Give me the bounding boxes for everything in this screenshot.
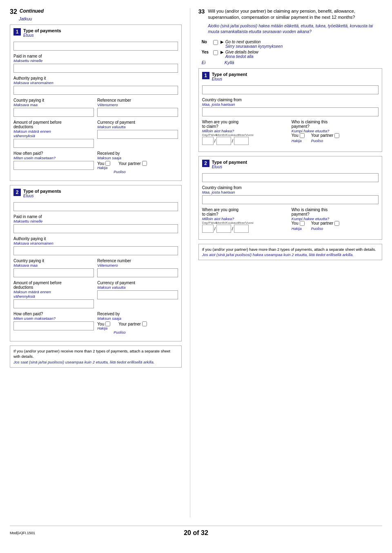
q33-payment1-block: 1 Type of payment Etuus Country claiming… <box>198 68 382 152</box>
payment1-howoften-row: How often paid? Miten usein maksetaan? R… <box>13 151 178 174</box>
payment2-type-input[interactable] <box>13 202 178 211</box>
payment1-howoften-input[interactable] <box>13 161 94 170</box>
no-goto-block: Go to next question Siirry seuraavaan ky… <box>225 40 283 49</box>
q33-payment1-type-input[interactable] <box>202 85 379 94</box>
q33-payment2-country-fi: Maa, josta haetaan <box>202 190 379 194</box>
q33-payment2-header: 2 Type of payment Etuus <box>202 160 379 169</box>
payment2-amount-fi2: vähennyksiä <box>13 294 94 299</box>
payment2-amount-input[interactable] <box>13 299 94 308</box>
q33-payment1-year-input[interactable] <box>234 137 249 145</box>
q33-payment1-title-block: Type of payment Etuus <box>212 72 247 81</box>
mod-label: Mod(iA)FI.1501 <box>10 531 35 535</box>
payment2-fi-names: Hakija Puoliso <box>97 326 178 334</box>
payment2-country-input[interactable] <box>13 268 94 277</box>
payment1-country-input[interactable] <box>13 108 94 117</box>
payment2-you-label-en: You <box>97 322 104 326</box>
q33-payment2-day-input[interactable] <box>202 225 214 233</box>
q33-payment2-you-en: You <box>292 221 298 225</box>
q33-payment2-partner-checkbox[interactable] <box>334 221 339 226</box>
payment2-received-fi: Maksun saaja <box>97 316 178 321</box>
payment2-amount-field: Amount of payment before deductions Maks… <box>13 281 94 308</box>
q33-payment2-you-checkbox[interactable] <box>300 221 305 226</box>
payment1-amount-en2: deductions <box>13 125 94 129</box>
q33-payment2-date-claim-row: When are you going to claim? Milloin aio… <box>202 207 379 233</box>
payment1-paid-name-group: Paid in name of Maksettu nimelle <box>13 54 178 73</box>
q33-payment2-title-block: Type of payment Etuus <box>212 160 247 169</box>
content-area: 32 Continued Jatkuu 1 Type of payments E… <box>10 8 382 517</box>
payment1-ref-input[interactable] <box>97 108 178 117</box>
q33-payment1-you-en: You <box>292 133 298 138</box>
no-label-en: No <box>202 40 212 44</box>
slash1-p2: / <box>214 226 216 231</box>
yes-no-fi-labels: Ei Kyllä <box>202 60 382 65</box>
payment1-ref-en: Reference number <box>97 98 178 103</box>
payment1-howoften-group: How often paid? Miten usein maksetaan? R… <box>13 151 178 174</box>
payment2-header: 2 Type of payments Etuus <box>13 189 178 198</box>
q33-payment2-type-field <box>202 172 379 182</box>
q33-payment2-country-input[interactable] <box>202 195 379 204</box>
q33-payment1-type-en: Type of payment <box>212 72 247 77</box>
payment2-howoften-input[interactable] <box>13 321 94 330</box>
q33-payment1-day-input[interactable] <box>202 137 214 145</box>
payment1-fi-names: Hakija Puoliso <box>97 166 178 174</box>
payment2-paid-name-input[interactable] <box>13 224 178 233</box>
payment1-country-ref-group: Country paying it Maksava maa Reference … <box>13 98 178 117</box>
q33-payment1-month-input[interactable] <box>216 137 231 145</box>
payment2-received-en: Received by <box>97 312 178 316</box>
section33-note-fi: Jos aiot (sinä ja/tai puolisosi) hakea u… <box>202 252 354 257</box>
payment1-partner-checkbox[interactable] <box>142 161 147 166</box>
no-checkbox[interactable] <box>213 40 218 45</box>
payment1-partner-item: Your partner <box>118 161 147 166</box>
month-label-p1: Month/Kuukausi <box>216 133 237 137</box>
payment2-paid-name-fi: Maksettu nimelle <box>13 219 178 223</box>
payment2-country-en: Country paying it <box>13 259 94 263</box>
payment1-paid-name-input[interactable] <box>13 64 178 73</box>
q33-payment1-you-checkbox[interactable] <box>300 133 305 138</box>
payment1-partner-fi: Puoliso <box>114 170 178 174</box>
q33-payment1-partner-fi: Puoliso <box>311 139 323 143</box>
section33-answer-options: No ▶ Go to next question Siirry seuraava… <box>202 40 382 65</box>
q33-payment2-you-fi: Hakija <box>292 227 302 231</box>
payment2-howoften-group: How often paid? Miten usein maksetaan? R… <box>13 312 178 334</box>
q33-payment1-who-en2: payment? <box>292 124 379 129</box>
slash2-p2: / <box>232 226 233 231</box>
q33-payment2-type-input[interactable] <box>202 173 379 182</box>
payment1-type-field <box>13 41 178 51</box>
payment2-type-en: Type of payments <box>23 189 61 194</box>
q33-payment2-partner-item: Your partner Puoliso <box>311 221 340 231</box>
q33-payment1-date-inputs: / / <box>202 137 289 145</box>
yes-answer-row: Yes ▶ Give details below Anna tiedot all… <box>202 50 382 59</box>
q33-payment2-year-input[interactable] <box>234 225 249 233</box>
page-footer: Mod(iA)FI.1501 20 of 32 <box>10 526 382 537</box>
payment2-you-checkbox[interactable] <box>105 321 110 326</box>
q33-payment2-month-input[interactable] <box>216 225 231 233</box>
payment1-you-checkbox[interactable] <box>105 161 110 166</box>
payment1-amount-field: Amount of payment before deductions Maks… <box>13 120 94 148</box>
yes-arrow: ▶ <box>220 50 224 54</box>
payment1-amount-input[interactable] <box>13 139 94 148</box>
q33-payment1-country-input[interactable] <box>202 107 379 116</box>
payment2-ref-input[interactable] <box>97 268 178 277</box>
q33-payment2-who-fi: Kumpi hakee etuutta? <box>292 216 379 221</box>
yes-checkbox[interactable] <box>213 50 218 55</box>
payment1-currency-input[interactable] <box>97 130 178 139</box>
payment2-howoften-field: How often paid? Miten usein maksetaan? <box>13 312 94 334</box>
payment1-type-input[interactable] <box>13 42 178 51</box>
q33-payment1-who-en: Who is claiming this <box>292 120 379 124</box>
q33-payment1-type-fi: Etuus <box>212 77 247 81</box>
payment1-received-en: Received by <box>97 151 178 156</box>
payment2-authority-group: Authority paying it Maksava viranomainen <box>13 236 178 255</box>
payment2-partner-checkbox[interactable] <box>142 321 147 326</box>
payment2-partner-label-en: Your partner <box>118 322 141 326</box>
payment1-amount-fi: Maksun määrä ennen <box>13 129 94 134</box>
q33-payment1-partner-checkbox[interactable] <box>334 133 339 138</box>
payment2-amount-currency-group: Amount of payment before deductions Maks… <box>13 281 178 308</box>
payment2-authority-fi: Maksava viranomainen <box>13 241 178 245</box>
section33-note-en: If you (and/or your partner) have more t… <box>202 247 376 252</box>
payment2-authority-input[interactable] <box>13 246 178 255</box>
payment1-authority-input[interactable] <box>13 86 178 95</box>
payment2-country-fi: Maksava maa <box>13 263 94 268</box>
payment2-currency-input[interactable] <box>97 290 178 299</box>
payment1-amount-en: Amount of payment before <box>13 120 94 125</box>
payment2-ref-en: Reference number <box>97 259 178 263</box>
